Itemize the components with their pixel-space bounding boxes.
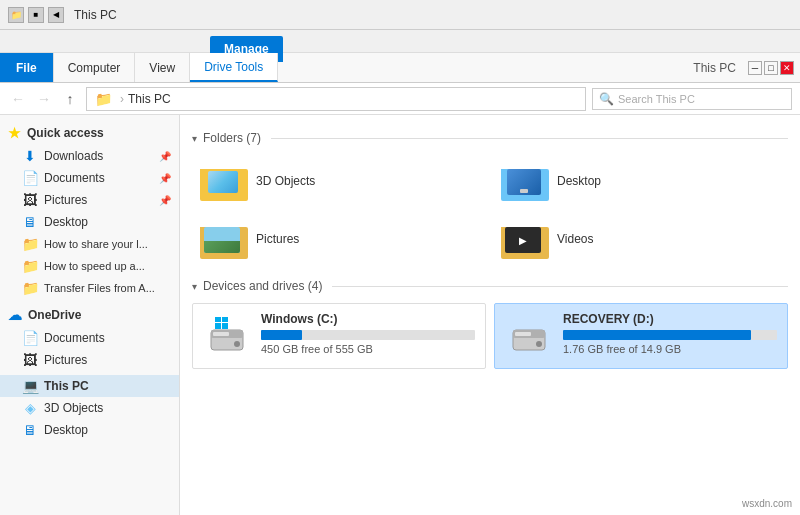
sidebar-item-pc-3dobjects[interactable]: ◈ 3D Objects — [0, 397, 179, 419]
main-layout: ★ Quick access ⬇ Downloads 📌 📄 Documents… — [0, 115, 800, 515]
drives-grid: Windows (C:) 450 GB free of 555 GB — [192, 303, 788, 369]
sidebar-item-history2[interactable]: 📁 How to speed up a... — [0, 255, 179, 277]
title-bar-icons: 📁 ■ ◀ — [8, 7, 64, 23]
folder-icon1: 📁 — [22, 236, 38, 252]
folders-grid: 3D Objects Desktop Pictures — [192, 155, 788, 265]
titlebar-icon3: ◀ — [48, 7, 64, 23]
folder-icon: 📁 — [95, 91, 112, 107]
sidebar-item-od-pictures[interactable]: 🖼 Pictures — [0, 349, 179, 371]
folders-section-header: ▾ Folders (7) — [192, 131, 788, 145]
titlebar-icon2: ■ — [28, 7, 44, 23]
svg-rect-11 — [515, 332, 531, 336]
pc-3dobjects-icon: ◈ — [22, 400, 38, 416]
drives-section-label: Devices and drives (4) — [203, 279, 322, 293]
sidebar-item-history3[interactable]: 📁 Transfer Files from A... — [0, 277, 179, 299]
star-icon: ★ — [8, 125, 21, 141]
path-separator: › — [120, 92, 124, 106]
drive-d-info: RECOVERY (D:) 1.76 GB free of 14.9 GB — [563, 312, 777, 355]
title-bar-text: This PC — [74, 8, 117, 22]
onedrive-label: OneDrive — [28, 308, 81, 322]
address-path[interactable]: 📁 › This PC — [86, 87, 586, 111]
section-line2 — [332, 286, 788, 287]
od-documents-icon: 📄 — [22, 330, 38, 346]
chevron-down-icon2: ▾ — [192, 281, 197, 292]
pin-icon2: 📌 — [159, 173, 171, 184]
svg-rect-4 — [215, 323, 221, 329]
forward-button[interactable]: → — [34, 89, 54, 109]
tab-view[interactable]: View — [135, 53, 190, 82]
sidebar-item-downloads[interactable]: ⬇ Downloads 📌 — [0, 145, 179, 167]
svg-point-2 — [234, 341, 240, 347]
search-box[interactable]: 🔍 Search This PC — [592, 88, 792, 110]
back-button[interactable]: ← — [8, 89, 28, 109]
close-btn[interactable]: ✕ — [780, 61, 794, 75]
pictures-icon: 🖼 — [22, 192, 38, 208]
sidebar-item-od-documents[interactable]: 📄 Documents — [0, 327, 179, 349]
tab-computer[interactable]: Computer — [54, 53, 136, 82]
sidebar-item-history1[interactable]: 📁 How to share your l... — [0, 233, 179, 255]
title-bar: 📁 ■ ◀ This PC — [0, 0, 800, 30]
folder-item-desktop[interactable]: Desktop — [493, 155, 788, 207]
search-icon: 🔍 — [599, 92, 614, 106]
sidebar-item-thispc[interactable]: 💻 This PC — [0, 375, 179, 397]
search-placeholder: Search This PC — [618, 93, 695, 105]
tab-file[interactable]: File — [0, 53, 54, 82]
svg-rect-3 — [213, 332, 229, 336]
pc-desktop-icon: 🖥 — [22, 422, 38, 438]
path-text: This PC — [128, 92, 171, 106]
ribbon-window-title: This PC — [278, 53, 748, 82]
drives-section-header: ▾ Devices and drives (4) — [192, 279, 788, 293]
section-line — [271, 138, 788, 139]
tab-drive-tools[interactable]: Drive Tools — [190, 53, 278, 82]
svg-rect-5 — [222, 323, 228, 329]
folder-icon2: 📁 — [22, 258, 38, 274]
downloads-icon: ⬇ — [22, 148, 38, 164]
content-area: ▾ Folders (7) 3D Objects — [180, 115, 800, 515]
cloud-icon: ☁ — [8, 307, 22, 323]
minimize-btn[interactable]: ─ — [748, 61, 762, 75]
od-pictures-icon: 🖼 — [22, 352, 38, 368]
thispc-icon: 💻 — [22, 378, 38, 394]
folder-item-pictures[interactable]: Pictures — [192, 213, 487, 265]
svg-rect-6 — [215, 317, 221, 322]
up-button[interactable]: ↑ — [60, 89, 80, 109]
watermark: wsxdn.com — [742, 498, 792, 509]
address-bar: ← → ↑ 📁 › This PC 🔍 Search This PC — [0, 83, 800, 115]
svg-point-10 — [536, 341, 542, 347]
titlebar-icon1: 📁 — [8, 7, 24, 23]
folder-item-videos[interactable]: Videos — [493, 213, 788, 265]
folder-icon-videos — [501, 219, 549, 259]
folders-section-label: Folders (7) — [203, 131, 261, 145]
chevron-down-icon: ▾ — [192, 133, 197, 144]
sidebar-onedrive-header[interactable]: ☁ OneDrive — [0, 303, 179, 327]
drive-c-bar-bg — [261, 330, 475, 340]
maximize-btn[interactable]: □ — [764, 61, 778, 75]
documents-icon: 📄 — [22, 170, 38, 186]
quick-access-label: Quick access — [27, 126, 104, 140]
folder-icon-3d — [200, 161, 248, 201]
drive-d-bar-fill — [563, 330, 751, 340]
pin-icon3: 📌 — [159, 195, 171, 206]
sidebar-item-documents[interactable]: 📄 Documents 📌 — [0, 167, 179, 189]
sidebar: ★ Quick access ⬇ Downloads 📌 📄 Documents… — [0, 115, 180, 515]
drive-item-d[interactable]: RECOVERY (D:) 1.76 GB free of 14.9 GB — [494, 303, 788, 369]
folder-icon3: 📁 — [22, 280, 38, 296]
drive-icon-c — [203, 312, 251, 360]
sidebar-item-pc-desktop[interactable]: 🖥 Desktop — [0, 419, 179, 441]
sidebar-item-desktop[interactable]: 🖥 Desktop — [0, 211, 179, 233]
drive-icon-d — [505, 312, 553, 360]
sidebar-quick-access-header[interactable]: ★ Quick access — [0, 121, 179, 145]
sidebar-item-pictures[interactable]: 🖼 Pictures 📌 — [0, 189, 179, 211]
drive-c-bar-fill — [261, 330, 302, 340]
desktop-icon: 🖥 — [22, 214, 38, 230]
folder-icon-pictures — [200, 219, 248, 259]
svg-rect-7 — [222, 317, 228, 322]
pin-icon: 📌 — [159, 151, 171, 162]
drive-d-bar-bg — [563, 330, 777, 340]
drive-c-info: Windows (C:) 450 GB free of 555 GB — [261, 312, 475, 355]
folder-icon-desktop — [501, 161, 549, 201]
drive-item-c[interactable]: Windows (C:) 450 GB free of 555 GB — [192, 303, 486, 369]
folder-item-3dobjects[interactable]: 3D Objects — [192, 155, 487, 207]
